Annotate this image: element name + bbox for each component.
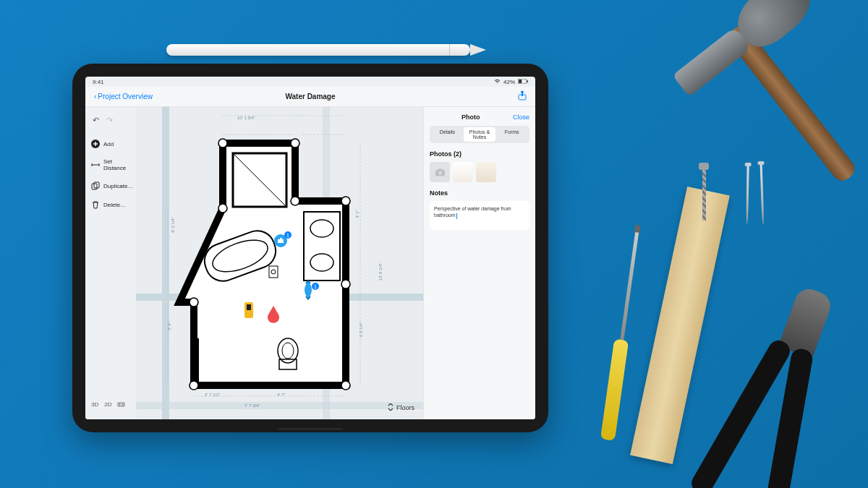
svg-point-33 bbox=[341, 381, 350, 390]
ipad-device: 9:41 42% ‹ Project Overview Water Damage bbox=[72, 64, 548, 432]
tab-details[interactable]: Details bbox=[431, 127, 464, 142]
set-distance-label: Set Distance bbox=[103, 158, 130, 171]
svg-rect-1 bbox=[519, 80, 522, 83]
delete-label: Delete… bbox=[103, 202, 126, 208]
add-label: Add bbox=[103, 141, 114, 147]
back-label: Project Overview bbox=[98, 93, 153, 100]
svg-point-30 bbox=[291, 139, 299, 147]
close-button[interactable]: Close bbox=[513, 114, 529, 121]
status-bar: 9:41 42% bbox=[85, 77, 535, 87]
battery-icon bbox=[518, 79, 528, 85]
screw-prop bbox=[699, 163, 709, 221]
back-button[interactable]: ‹ Project Overview bbox=[94, 93, 153, 100]
svg-point-37 bbox=[341, 280, 350, 288]
svg-point-9 bbox=[122, 403, 124, 405]
svg-point-35 bbox=[190, 298, 198, 307]
page-title: Water Damage bbox=[285, 93, 335, 100]
tool-sidebar: ↶ ↷ Add Set Distance bbox=[85, 107, 136, 419]
duplicate-label: Duplicate… bbox=[103, 183, 133, 189]
add-tool[interactable]: Add bbox=[90, 137, 132, 151]
svg-rect-47 bbox=[438, 168, 442, 171]
svg-rect-40 bbox=[247, 304, 251, 310]
pin-thermal-icon bbox=[244, 302, 253, 318]
svg-point-29 bbox=[218, 139, 227, 147]
dim-label: 7' 7 3/4" bbox=[244, 403, 260, 408]
floor-plan[interactable]: 1 1 bbox=[172, 129, 367, 396]
svg-point-8 bbox=[119, 403, 120, 405]
status-battery: 42% bbox=[503, 79, 515, 85]
delete-tool[interactable]: Delete… bbox=[90, 197, 132, 212]
svg-text:1: 1 bbox=[314, 284, 317, 289]
tab-photos-notes[interactable]: Photos & Notes bbox=[464, 127, 496, 142]
panel-title: Photo bbox=[461, 114, 480, 121]
tab-forms[interactable]: Forms bbox=[495, 127, 528, 142]
floors-button[interactable]: Floors bbox=[388, 403, 414, 412]
notes-text: Perspective of water damage from bathroo… bbox=[434, 206, 511, 218]
segmented-control: Details Photos & Notes Forms bbox=[430, 126, 529, 143]
share-button[interactable] bbox=[518, 90, 527, 103]
notes-textarea[interactable]: Perspective of water damage from bathroo… bbox=[430, 201, 529, 230]
dim-label: 10' 1 3/4" bbox=[237, 116, 255, 120]
redo-button[interactable]: ↷ bbox=[106, 116, 113, 125]
svg-point-36 bbox=[218, 204, 227, 213]
apple-pencil-prop bbox=[166, 44, 470, 56]
chevron-left-icon: ‹ bbox=[94, 93, 96, 100]
gridline bbox=[162, 107, 169, 419]
svg-point-46 bbox=[438, 171, 441, 174]
notes-header: Notes bbox=[430, 189, 529, 197]
add-photo-button[interactable] bbox=[430, 162, 450, 182]
gridline bbox=[136, 402, 423, 409]
plus-circle-icon bbox=[91, 140, 100, 148]
view-2d-button[interactable]: 2D bbox=[104, 401, 111, 409]
photo-thumbnail[interactable] bbox=[453, 162, 473, 182]
view-ar-button[interactable] bbox=[117, 401, 125, 409]
duplicate-tool[interactable]: Duplicate… bbox=[90, 179, 132, 193]
duplicate-icon bbox=[91, 181, 100, 190]
wifi-icon bbox=[494, 79, 501, 85]
svg-point-31 bbox=[291, 197, 299, 205]
svg-point-32 bbox=[341, 197, 350, 205]
trash-icon bbox=[91, 200, 100, 209]
undo-button[interactable]: ↶ bbox=[93, 116, 99, 125]
chevron-updown-icon bbox=[388, 403, 393, 412]
photo-thumbnail[interactable] bbox=[476, 162, 496, 182]
photos-header: Photos (2) bbox=[430, 150, 529, 158]
floors-label: Floors bbox=[396, 404, 414, 411]
detail-panel: Photo Close Details Photos & Notes Forms… bbox=[423, 107, 535, 419]
text-cursor bbox=[456, 213, 457, 219]
svg-point-34 bbox=[190, 381, 198, 390]
set-distance-tool[interactable]: Set Distance bbox=[90, 155, 132, 174]
top-nav: ‹ Project Overview Water Damage bbox=[85, 87, 535, 107]
svg-rect-2 bbox=[527, 80, 528, 82]
status-time: 9:41 bbox=[93, 79, 104, 85]
view-3d-button[interactable]: 3D bbox=[91, 401, 98, 409]
screwdriver-prop bbox=[600, 231, 644, 441]
svg-text:1: 1 bbox=[286, 233, 289, 238]
dim-label: 13' 8 1/4" bbox=[378, 263, 383, 281]
ruler-icon bbox=[91, 160, 100, 169]
floorplan-canvas[interactable]: 10' 1 3/4" 3' 6" 2' 6" 6' 3 1/4" 5' 9" 1… bbox=[136, 107, 423, 419]
